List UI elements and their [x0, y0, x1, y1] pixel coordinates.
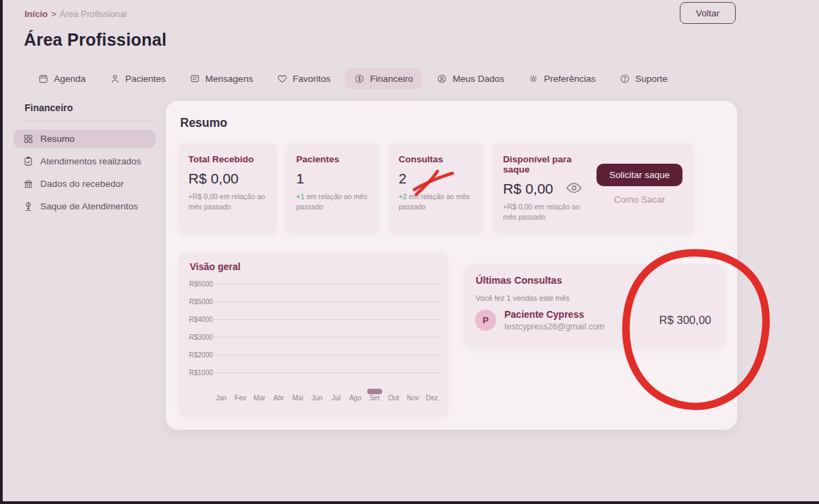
person-icon [110, 74, 120, 84]
tab-label: Preferências [544, 74, 596, 84]
delta-value: +R$ 0,00 [188, 192, 218, 201]
chart-bar-set [367, 389, 382, 394]
chart-bar-slot [326, 374, 345, 394]
message-icon [190, 74, 200, 84]
heart-icon [277, 74, 287, 84]
tab-suporte[interactable]: Suporte [610, 68, 677, 89]
tab-label: Agenda [54, 74, 86, 84]
tab-label: Mensagens [205, 74, 253, 84]
eye-icon[interactable] [566, 182, 582, 196]
stat-card-disponivel-para-saque: Disponível para saqueR$ 0,00+R$ 0,00 em … [493, 143, 693, 233]
back-button[interactable]: Voltar [680, 2, 736, 24]
sidebar-item-resumo[interactable]: Resumo [14, 130, 156, 148]
tab-label: Favoritos [293, 74, 331, 84]
breadcrumb: Início>Área Profissional [25, 9, 127, 19]
delta-value: +R$ 0,00 [503, 203, 532, 211]
como-sacar-link[interactable]: Como Sacar [614, 194, 665, 205]
chart-x-tick: Jul [326, 394, 345, 402]
stat-card-title: Total Recebido [188, 154, 267, 164]
chart-y-tick: R$5000 [179, 298, 212, 306]
patient-name: Paciente Cypress [504, 309, 605, 320]
chart-bar-slot [307, 374, 326, 394]
patient-email: testcypress26@gmail.com [504, 322, 605, 331]
chart-bar-slot [365, 374, 384, 394]
tab-bar: AgendaPacientesMensagensFavoritosFinance… [29, 68, 677, 89]
user-circle-icon [437, 74, 447, 84]
chart-bar-slot [384, 374, 403, 394]
tab-pacientes[interactable]: Pacientes [100, 68, 175, 89]
tab-label: Suporte [635, 74, 667, 84]
main-panel: Resumo Total RecebidoR$ 0,00+R$ 0,00 em … [166, 101, 737, 430]
chart-y-tick: R$4000 [179, 316, 212, 323]
chart-bar-slot [422, 374, 442, 394]
tab-preferencias[interactable]: Preferências [519, 68, 605, 89]
stat-card-pacientes: Pacientes1+1 em relação ao mês passado [287, 143, 379, 233]
chart-gridline [212, 319, 442, 320]
chart-gridline [212, 372, 442, 373]
bank-icon [23, 179, 33, 189]
tab-agenda[interactable]: Agenda [29, 68, 96, 89]
chart-x-tick: Dez [422, 394, 442, 402]
window-edge-left [0, 0, 3, 504]
dollar-circle-icon [354, 74, 364, 84]
consultation-row[interactable]: PPaciente Cypresstestcypress26@gmail.com… [472, 306, 714, 334]
window-edge-bottom [0, 501, 819, 504]
chart-bar-slot [250, 374, 269, 394]
chart-x-tick: Nov [403, 394, 422, 402]
breadcrumb-home-link[interactable]: Início [25, 9, 48, 19]
chart-y-tick: R$6000 [179, 280, 212, 288]
withdraw-icon [23, 201, 33, 211]
chart-gridline [212, 337, 442, 338]
stat-card-consultas: Consultas2+2 em relação ao mês passado [389, 143, 483, 233]
chart-y-tick: R$3000 [179, 333, 212, 341]
delta-value: +1 [296, 192, 304, 201]
chart-x-tick: Ago [346, 394, 365, 402]
chart-bar-slot [288, 374, 307, 394]
chart-x-tick: Fev [231, 394, 250, 402]
tab-label: Meus Dados [452, 74, 504, 84]
sidebar-item-dados-do-recebedor[interactable]: Dados do recebedor [14, 175, 156, 193]
gear-icon [528, 74, 538, 84]
sidebar-item-atendimentos-realizados[interactable]: Atendimentos realizados [14, 152, 156, 171]
stat-card-value: 2 [399, 171, 407, 187]
delta-text: em relação ao mês passado [296, 192, 367, 211]
sidebar-item-saque-de-atendimentos[interactable]: Saque de Atendimentos [14, 197, 156, 216]
sidebar-item-label: Resumo [40, 134, 74, 144]
chart-gridline [212, 284, 442, 284]
tab-meus-dados[interactable]: Meus Dados [427, 68, 514, 89]
sidebar-divider [25, 121, 156, 121]
consultation-list: PPaciente Cypresstestcypress26@gmail.com… [472, 306, 714, 334]
help-circle-icon [620, 74, 630, 84]
stat-card-delta: +2 em relação ao mês passado [399, 192, 474, 212]
consultation-amount: R$ 300,00 [659, 314, 711, 327]
stat-card-title: Consultas [399, 154, 474, 164]
overview-chart-card: Visão geral R$6000R$5000R$4000R$3000R$20… [179, 252, 448, 417]
clipboard-check-icon [23, 156, 33, 166]
sidebar-item-label: Saque de Atendimentos [40, 201, 138, 211]
chart-bar-slot [269, 374, 288, 394]
chart-bar-slot [346, 374, 365, 394]
tab-favoritos[interactable]: Favoritos [268, 68, 341, 89]
delta-value: +2 [399, 192, 407, 201]
chart-bars [212, 374, 442, 394]
chart-bar-slot [231, 374, 250, 394]
sidebar-item-label: Dados do recebedor [40, 179, 124, 189]
chart-x-tick: Jan [212, 394, 231, 402]
stat-card-total-recebido: Total RecebidoR$ 0,00+R$ 0,00 em relação… [179, 143, 276, 233]
tab-mensagens[interactable]: Mensagens [180, 68, 263, 89]
stat-card-value: R$ 0,00 [503, 181, 554, 197]
tab-financeiro[interactable]: Financeiro [345, 68, 422, 89]
chart-y-tick: R$2000 [179, 351, 212, 359]
chart-gridlines: R$6000R$5000R$4000R$3000R$2000R$1000 [179, 275, 442, 381]
sidebar: Financeiro ResumoAtendimentos realizados… [14, 102, 156, 220]
chart-y-tick: R$1000 [179, 369, 212, 376]
sidebar-title: Financeiro [25, 102, 156, 113]
last-consultations-subtitle: Você fez 1 vendas este mês [476, 294, 570, 302]
chart-bar-slot [403, 374, 422, 394]
breadcrumb-separator: > [51, 9, 57, 19]
stat-card-value: 1 [296, 171, 304, 187]
solicitar-saque-button[interactable]: Solicitar saque [597, 164, 682, 186]
chart-x-tick: Mar [250, 394, 269, 402]
chart-x-tick: Abr [269, 394, 288, 402]
avatar: P [475, 310, 496, 331]
